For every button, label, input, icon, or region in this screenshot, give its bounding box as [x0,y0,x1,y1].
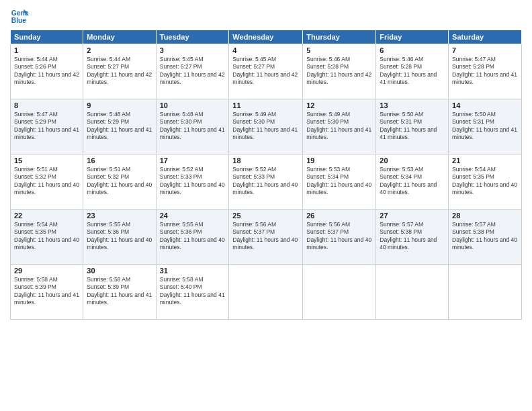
day-number: 30 [87,267,152,275]
day-info: Sunrise: 5:51 AM Sunset: 5:32 PM Dayligh… [87,166,152,197]
day-info: Sunrise: 5:47 AM Sunset: 5:29 PM Dayligh… [14,111,79,142]
day-info: Sunrise: 5:57 AM Sunset: 5:38 PM Dayligh… [380,221,445,252]
day-number: 23 [87,212,152,220]
day-header-friday: Friday [376,30,449,44]
calendar-cell: 17 Sunrise: 5:52 AM Sunset: 5:33 PM Dayl… [156,154,229,210]
day-number: 25 [232,212,299,220]
day-number: 13 [380,101,445,109]
calendar-cell: 4 Sunrise: 5:45 AM Sunset: 5:27 PM Dayli… [229,44,303,99]
day-header-sunday: Sunday [11,30,83,44]
calendar-cell: 21 Sunrise: 5:54 AM Sunset: 5:35 PM Dayl… [449,154,522,210]
day-info: Sunrise: 5:58 AM Sunset: 5:39 PM Dayligh… [87,276,152,307]
day-info: Sunrise: 5:45 AM Sunset: 5:27 PM Dayligh… [232,56,299,87]
calendar-cell: 10 Sunrise: 5:48 AM Sunset: 5:30 PM Dayl… [156,99,229,154]
day-info: Sunrise: 5:48 AM Sunset: 5:29 PM Dayligh… [87,111,152,142]
calendar-cell: 24 Sunrise: 5:55 AM Sunset: 5:36 PM Dayl… [156,210,229,265]
day-number: 12 [306,101,372,109]
day-number: 18 [232,156,299,165]
day-header-thursday: Thursday [303,30,376,44]
day-info: Sunrise: 5:53 AM Sunset: 5:34 PM Dayligh… [380,166,445,197]
calendar-cell: 23 Sunrise: 5:55 AM Sunset: 5:36 PM Dayl… [83,210,156,265]
day-info: Sunrise: 5:48 AM Sunset: 5:30 PM Dayligh… [160,111,226,142]
calendar-cell: 8 Sunrise: 5:47 AM Sunset: 5:29 PM Dayli… [11,99,83,154]
day-info: Sunrise: 5:55 AM Sunset: 5:36 PM Dayligh… [87,221,152,252]
calendar-cell [449,265,522,320]
day-number: 17 [160,156,226,165]
day-info: Sunrise: 5:44 AM Sunset: 5:27 PM Dayligh… [87,56,152,87]
day-info: Sunrise: 5:52 AM Sunset: 5:33 PM Dayligh… [232,166,299,197]
logo: General Blue [10,7,32,26]
day-info: Sunrise: 5:50 AM Sunset: 5:31 PM Dayligh… [452,111,518,142]
day-number: 22 [14,212,79,220]
day-info: Sunrise: 5:58 AM Sunset: 5:40 PM Dayligh… [160,276,226,307]
day-number: 7 [452,46,518,54]
svg-text:Blue: Blue [11,17,27,24]
calendar-cell: 19 Sunrise: 5:53 AM Sunset: 5:34 PM Dayl… [303,154,376,210]
page-header: General Blue [10,7,522,26]
day-info: Sunrise: 5:54 AM Sunset: 5:35 PM Dayligh… [452,166,518,197]
day-info: Sunrise: 5:45 AM Sunset: 5:27 PM Dayligh… [160,56,226,87]
day-number: 9 [87,101,152,109]
calendar-cell: 1 Sunrise: 5:44 AM Sunset: 5:26 PM Dayli… [11,44,83,99]
calendar-cell: 6 Sunrise: 5:46 AM Sunset: 5:28 PM Dayli… [376,44,449,99]
day-number: 20 [380,156,445,165]
calendar-cell: 20 Sunrise: 5:53 AM Sunset: 5:34 PM Dayl… [376,154,449,210]
day-number: 16 [87,156,152,165]
day-info: Sunrise: 5:53 AM Sunset: 5:34 PM Dayligh… [306,166,372,197]
calendar-cell: 30 Sunrise: 5:58 AM Sunset: 5:39 PM Dayl… [83,265,156,320]
calendar-cell [376,265,449,320]
calendar-cell: 28 Sunrise: 5:57 AM Sunset: 5:38 PM Dayl… [449,210,522,265]
calendar-cell: 14 Sunrise: 5:50 AM Sunset: 5:31 PM Dayl… [449,99,522,154]
day-info: Sunrise: 5:54 AM Sunset: 5:35 PM Dayligh… [14,221,79,252]
calendar: SundayMondayTuesdayWednesdayThursdayFrid… [10,30,522,320]
day-number: 11 [232,101,299,109]
day-info: Sunrise: 5:55 AM Sunset: 5:36 PM Dayligh… [160,221,226,252]
day-info: Sunrise: 5:58 AM Sunset: 5:39 PM Dayligh… [14,276,79,307]
day-header-saturday: Saturday [449,30,522,44]
calendar-cell: 16 Sunrise: 5:51 AM Sunset: 5:32 PM Dayl… [83,154,156,210]
calendar-cell: 31 Sunrise: 5:58 AM Sunset: 5:40 PM Dayl… [156,265,229,320]
logo-icon: General Blue [10,7,29,26]
calendar-cell: 18 Sunrise: 5:52 AM Sunset: 5:33 PM Dayl… [229,154,303,210]
day-info: Sunrise: 5:57 AM Sunset: 5:38 PM Dayligh… [452,221,518,252]
day-header-monday: Monday [83,30,156,44]
day-header-wednesday: Wednesday [229,30,303,44]
calendar-cell: 29 Sunrise: 5:58 AM Sunset: 5:39 PM Dayl… [11,265,83,320]
day-info: Sunrise: 5:47 AM Sunset: 5:28 PM Dayligh… [452,56,518,87]
day-number: 26 [306,212,372,220]
calendar-cell: 9 Sunrise: 5:48 AM Sunset: 5:29 PM Dayli… [83,99,156,154]
day-info: Sunrise: 5:46 AM Sunset: 5:28 PM Dayligh… [380,56,445,87]
day-info: Sunrise: 5:49 AM Sunset: 5:30 PM Dayligh… [232,111,299,142]
calendar-cell: 25 Sunrise: 5:56 AM Sunset: 5:37 PM Dayl… [229,210,303,265]
day-number: 15 [14,156,79,165]
calendar-cell: 26 Sunrise: 5:56 AM Sunset: 5:37 PM Dayl… [303,210,376,265]
day-number: 10 [160,101,226,109]
calendar-cell: 5 Sunrise: 5:46 AM Sunset: 5:28 PM Dayli… [303,44,376,99]
calendar-cell: 22 Sunrise: 5:54 AM Sunset: 5:35 PM Dayl… [11,210,83,265]
day-number: 21 [452,156,518,165]
calendar-cell: 2 Sunrise: 5:44 AM Sunset: 5:27 PM Dayli… [83,44,156,99]
day-number: 19 [306,156,372,165]
day-number: 27 [380,212,445,220]
day-number: 6 [380,46,445,54]
day-number: 31 [160,267,226,275]
day-number: 4 [232,46,299,54]
day-info: Sunrise: 5:49 AM Sunset: 5:30 PM Dayligh… [306,111,372,142]
day-number: 29 [14,267,79,275]
calendar-cell: 27 Sunrise: 5:57 AM Sunset: 5:38 PM Dayl… [376,210,449,265]
day-info: Sunrise: 5:50 AM Sunset: 5:31 PM Dayligh… [380,111,445,142]
calendar-cell: 12 Sunrise: 5:49 AM Sunset: 5:30 PM Dayl… [303,99,376,154]
calendar-cell [303,265,376,320]
day-number: 5 [306,46,372,54]
day-number: 2 [87,46,152,54]
day-number: 28 [452,212,518,220]
calendar-cell: 3 Sunrise: 5:45 AM Sunset: 5:27 PM Dayli… [156,44,229,99]
day-info: Sunrise: 5:56 AM Sunset: 5:37 PM Dayligh… [232,221,299,252]
day-info: Sunrise: 5:51 AM Sunset: 5:32 PM Dayligh… [14,166,79,197]
day-header-tuesday: Tuesday [156,30,229,44]
day-number: 8 [14,101,79,109]
calendar-cell: 15 Sunrise: 5:51 AM Sunset: 5:32 PM Dayl… [11,154,83,210]
day-info: Sunrise: 5:52 AM Sunset: 5:33 PM Dayligh… [160,166,226,197]
day-number: 1 [14,46,79,54]
day-info: Sunrise: 5:56 AM Sunset: 5:37 PM Dayligh… [306,221,372,252]
